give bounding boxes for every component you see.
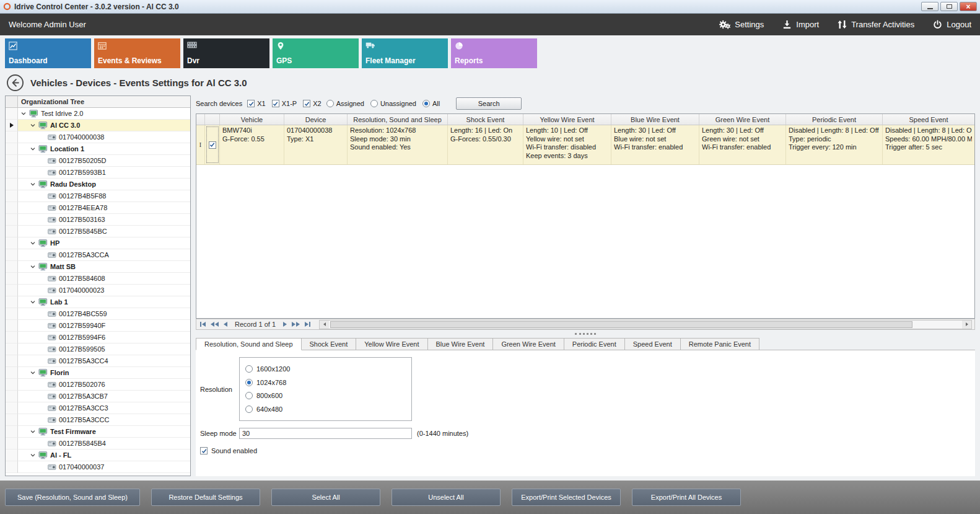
window-close-button[interactable]: × (960, 2, 977, 11)
window-minimize-button[interactable] (921, 2, 938, 11)
tree-node-al-fl[interactable]: Al - FL (18, 450, 190, 461)
resolution-option-1600x1200[interactable]: 1600x1200 (245, 365, 406, 373)
nav-tile-dashboard[interactable]: Dashboard (5, 38, 91, 68)
topbar-action-transfer-activities[interactable]: Transfer Activities (838, 20, 914, 29)
tab-remote-panic-event[interactable]: Remote Panic Event (681, 338, 759, 350)
radio-button[interactable] (245, 379, 253, 386)
radio-button[interactable] (245, 365, 253, 373)
scroll-thumb[interactable] (330, 321, 912, 328)
expand-collapse-icon[interactable] (30, 453, 36, 458)
footer-button-unselect-all[interactable]: Unselect All (392, 489, 501, 506)
footer-button-select-all[interactable]: Select All (271, 489, 380, 506)
resolution-option-1024x768[interactable]: 1024x768 (245, 379, 406, 386)
tree-node-00127b5a3cc3[interactable]: 00127B5A3CC3 (18, 402, 190, 414)
expand-collapse-icon[interactable] (30, 123, 36, 128)
filter-x1-p[interactable]: X1-P (272, 100, 297, 107)
pager-last-button[interactable] (304, 322, 312, 327)
tab-green-wire-event[interactable]: Green Wire Event (493, 338, 564, 350)
grid-column-header-shock-event[interactable]: Shock Event (448, 114, 523, 125)
row-checkbox[interactable] (209, 141, 216, 149)
pager-next-page-button[interactable] (291, 322, 301, 327)
tree-node-location-1[interactable]: Location 1 (18, 143, 190, 155)
tree-node-hp[interactable]: HP (18, 237, 190, 249)
search-button[interactable]: Search (456, 97, 522, 110)
tab-shock-event[interactable]: Shock Event (302, 338, 357, 350)
pager-prev-button[interactable] (222, 322, 229, 327)
checkbox[interactable] (272, 100, 279, 107)
radio-button[interactable] (326, 100, 334, 107)
nav-tile-gps[interactable]: GPS (273, 38, 359, 68)
tree-node-00127b5a3cc4[interactable]: 00127B5A3CC4 (18, 355, 190, 367)
nav-tile-fleet-manager[interactable]: Fleet Manager (362, 38, 448, 68)
tree-node-al-cc-3-0[interactable]: Al CC 3.0 (18, 120, 190, 131)
tree-node-017040000023[interactable]: 017040000023 (18, 285, 190, 296)
radio-button[interactable] (422, 100, 430, 107)
tree-node-lab-1[interactable]: Lab 1 (18, 296, 190, 308)
grid-column-header-periodic-event[interactable]: Periodic Event (786, 114, 883, 125)
nav-tile-dvr[interactable]: Dvr (183, 38, 269, 68)
tree-node-00127b4bc559[interactable]: 00127B4BC559 (18, 308, 190, 320)
tab-periodic-event[interactable]: Periodic Event (564, 338, 625, 350)
expand-collapse-icon[interactable] (30, 241, 36, 246)
tree-node-00127b599505[interactable]: 00127B599505 (18, 343, 190, 355)
tree-node-00127b5994f6[interactable]: 00127B5994F6 (18, 332, 190, 343)
grid-column-header-green-wire-event[interactable]: Green Wire Event (699, 114, 786, 125)
tab-resolution-sound-and-sleep[interactable]: Resolution, Sound and Sleep (196, 338, 302, 350)
nav-tile-events-reviews[interactable]: Events & Reviews (94, 38, 180, 68)
filter-all[interactable]: All (422, 100, 440, 107)
expand-collapse-icon[interactable] (30, 146, 36, 151)
filter-unassigned[interactable]: Unassigned (370, 100, 416, 107)
radio-button[interactable] (245, 405, 253, 413)
footer-button-save-resolution-sound-and-sleep[interactable]: Save (Resolution, Sound and Sleep) (5, 489, 140, 506)
grid-column-header-resolution-sound-and-sleep[interactable]: Resolution, Sound and Sleep (348, 114, 448, 125)
tab-speed-event[interactable]: Speed Event (625, 338, 681, 350)
filter-x1[interactable]: X1 (247, 100, 265, 107)
radio-button[interactable] (245, 392, 253, 399)
tab-yellow-wire-event[interactable]: Yellow Wire Event (356, 338, 427, 350)
splitter-grip[interactable] (575, 333, 596, 335)
expand-collapse-icon[interactable] (30, 429, 36, 434)
expand-collapse-icon[interactable] (30, 264, 36, 269)
tree-node-00127b5845bc[interactable]: 00127B5845BC (18, 226, 190, 237)
footer-button-export-print-all-devices[interactable]: Export/Print All Devices (632, 489, 741, 506)
tree-node-00127b503163[interactable]: 00127B503163 (18, 214, 190, 226)
scroll-left-button[interactable] (320, 321, 329, 329)
tree-node-00127b4eea78[interactable]: 00127B4EEA78 (18, 202, 190, 214)
tree-node-matt-sb[interactable]: Matt SB (18, 261, 190, 273)
nav-tile-reports[interactable]: Reports (451, 38, 537, 68)
topbar-action-import[interactable]: Import (782, 20, 819, 29)
tree-node-00127b4b5f88[interactable]: 00127B4B5F88 (18, 190, 190, 202)
tree-node-00127b502076[interactable]: 00127B502076 (18, 379, 190, 391)
grid-column-header-vehicle[interactable]: Vehicle (220, 114, 284, 125)
checkbox[interactable] (247, 100, 255, 107)
pager-first-button[interactable] (199, 322, 207, 327)
tab-blue-wire-event[interactable]: Blue Wire Event (428, 338, 494, 350)
topbar-action-settings[interactable]: Settings (719, 20, 764, 29)
tree-node-00127b5993b1[interactable]: 00127B5993B1 (18, 167, 190, 179)
tree-node-florin[interactable]: Florin (18, 367, 190, 379)
expand-collapse-icon[interactable] (30, 299, 36, 304)
tree-node-00127b5845b4[interactable]: 00127B5845B4 (18, 438, 190, 450)
window-maximize-button[interactable] (940, 2, 958, 11)
grid-column-header-blue-wire-event[interactable]: Blue Wire Event (611, 114, 699, 125)
tree-node-00127b59940f[interactable]: 00127B59940F (18, 320, 190, 332)
resolution-option-640x480[interactable]: 640x480 (245, 405, 406, 413)
resolution-option-800x600[interactable]: 800x600 (245, 392, 406, 399)
tree-node-test-firmware[interactable]: Test Firmware (18, 426, 190, 438)
device-grid-row[interactable]: IBMW740iG-Force: 0.55017040000038Type: X… (196, 125, 974, 165)
tree-node-radu-desktop[interactable]: Radu Desktop (18, 179, 190, 190)
scroll-track[interactable] (329, 321, 962, 329)
grid-column-header-yellow-wire-event[interactable]: Yellow Wire Event (523, 114, 611, 125)
scroll-right-button[interactable] (962, 321, 971, 329)
topbar-action-logout[interactable]: Logout (933, 20, 971, 29)
grid-column-header-blank[interactable] (196, 114, 205, 125)
checkbox[interactable] (303, 100, 310, 107)
expand-collapse-icon[interactable] (21, 111, 27, 116)
tree-node-00127b50205d[interactable]: 00127B50205D (18, 155, 190, 167)
sound-enabled-checkbox[interactable] (200, 447, 208, 454)
back-button[interactable] (6, 74, 24, 92)
tree-node-00127b584608[interactable]: 00127B584608 (18, 273, 190, 285)
sleep-mode-input[interactable] (239, 428, 412, 439)
footer-button-restore-default-settings[interactable]: Restore Default Settings (151, 489, 260, 506)
filter-assigned[interactable]: Assigned (326, 100, 364, 107)
